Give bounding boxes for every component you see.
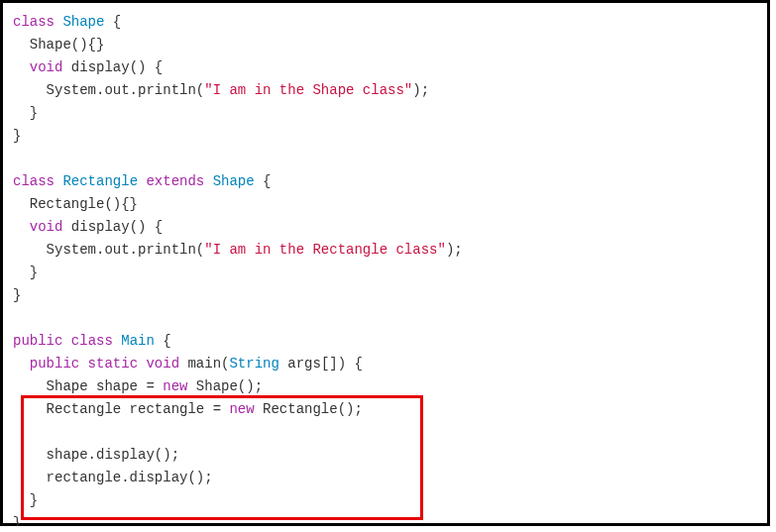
- blank-line: [13, 307, 757, 330]
- call-suffix: );: [446, 242, 463, 258]
- blank-line: [13, 421, 757, 444]
- code-line: public class Main {: [13, 330, 757, 353]
- code-line: Shape shape = new Shape();: [13, 375, 757, 398]
- type-shape: Shape: [55, 14, 113, 30]
- keyword-extends: extends: [146, 173, 204, 189]
- code-line: }: [13, 125, 757, 148]
- code-block: class Shape { Shape(){} void display() {…: [0, 0, 770, 526]
- decl-suffix: Rectangle();: [255, 401, 363, 417]
- decl-prefix: Shape shape =: [13, 378, 163, 394]
- code-line: System.out.println("I am in the Shape cl…: [13, 79, 757, 102]
- call-prefix: System.out.println(: [13, 82, 204, 98]
- decl-prefix: Rectangle rectangle =: [13, 401, 229, 417]
- keyword-new: new: [163, 378, 187, 394]
- type-shape: Shape: [204, 173, 263, 189]
- call-suffix: );: [412, 82, 429, 98]
- call-prefix: System.out.println(: [13, 242, 204, 258]
- code-line: class Shape {: [13, 11, 757, 34]
- code-line: }: [13, 102, 757, 125]
- decl-suffix: Shape();: [187, 378, 263, 394]
- keyword-void: void: [138, 356, 179, 372]
- string-literal: "I am in the Rectangle class": [204, 242, 446, 258]
- method-name: main(: [179, 356, 229, 372]
- code-line: }: [13, 284, 757, 307]
- type-main: Main: [113, 333, 163, 349]
- type-string: String: [229, 356, 278, 372]
- keyword-void: void: [13, 59, 62, 75]
- keyword-public: public: [13, 356, 79, 372]
- keyword-new: new: [229, 401, 254, 417]
- code-line: class Rectangle extends Shape {: [13, 170, 757, 193]
- keyword-class: class: [13, 14, 55, 30]
- code-line: void display() {: [13, 56, 757, 79]
- type-rectangle: Rectangle: [55, 173, 146, 189]
- method-sig: display() {: [62, 219, 163, 235]
- code-line: Rectangle(){}: [13, 193, 757, 216]
- keyword-public: public: [13, 333, 62, 349]
- method-args: args[]) {: [279, 356, 363, 372]
- code-line: shape.display();: [13, 444, 757, 467]
- code-line: rectangle.display();: [13, 467, 757, 489]
- code-line: public static void main(String args[]) {: [13, 353, 757, 375]
- brace: {: [263, 173, 271, 189]
- code-line: Shape(){}: [13, 34, 757, 56]
- keyword-void: void: [13, 219, 62, 235]
- code-line: }: [13, 512, 757, 526]
- code-line: void display() {: [13, 216, 757, 239]
- brace: {: [163, 333, 170, 349]
- keyword-static: static: [79, 356, 138, 372]
- string-literal: "I am in the Shape class": [204, 82, 412, 98]
- keyword-class: class: [13, 173, 55, 189]
- blank-line: [13, 148, 757, 170]
- method-sig: display() {: [62, 59, 163, 75]
- code-line: System.out.println("I am in the Rectangl…: [13, 239, 757, 262]
- code-line: Rectangle rectangle = new Rectangle();: [13, 398, 757, 421]
- code-line: }: [13, 262, 757, 284]
- code-line: }: [13, 489, 757, 512]
- brace: {: [113, 14, 121, 30]
- keyword-class: class: [62, 333, 112, 349]
